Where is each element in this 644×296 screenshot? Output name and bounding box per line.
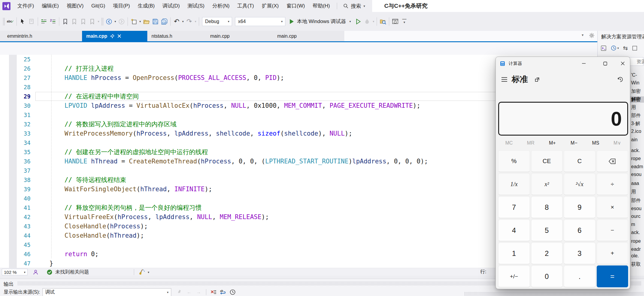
menu-item-file[interactable]: 文件(F) (13, 0, 38, 12)
navigate-forward-icon[interactable] (117, 17, 126, 26)
output-next-message-icon[interactable]: → (195, 289, 203, 296)
redo-icon[interactable]: ↷ (185, 17, 194, 26)
six-button[interactable]: 6 (564, 219, 595, 241)
explorer-item-fragment[interactable]: eadr (631, 247, 641, 252)
output-prev-message-icon[interactable]: ← (185, 289, 193, 296)
explorer-item-fragment[interactable]: 获取 (631, 261, 641, 268)
menu-item-tools[interactable]: 工具(T) (234, 0, 258, 12)
menu-item-analyze[interactable]: 分析(N) (208, 0, 234, 12)
start-debugging-button[interactable]: 本地 Windows 调试器▾ (289, 18, 352, 25)
add-button[interactable]: + (597, 242, 628, 264)
explorer-item-fragment[interactable]: 加密 (631, 88, 641, 95)
three-button[interactable]: 3 (564, 242, 595, 264)
history-icon[interactable] (617, 76, 623, 83)
decimal-button[interactable]: . (564, 265, 595, 287)
calculator-title-bar[interactable]: 计算器 (496, 57, 630, 70)
calculator-mode-label[interactable]: 标准 (512, 74, 528, 85)
square-button[interactable]: x² (531, 173, 563, 195)
memory-subtract-button[interactable]: M− (563, 138, 585, 148)
tab-list-chevron-icon[interactable]: ▾ (582, 33, 584, 37)
chevron-down-icon[interactable]: ▾ (113, 20, 117, 23)
explorer-item-fragment[interactable]: 用 (631, 104, 636, 111)
tab-options-gear-icon[interactable] (589, 33, 594, 38)
menu-item-test[interactable]: 测试(S) (184, 0, 208, 12)
explorer-item-fragment[interactable]: 'C- (631, 72, 637, 78)
maximize-button[interactable] (597, 57, 613, 70)
find-in-files-icon[interactable] (378, 17, 387, 26)
five-button[interactable]: 5 (531, 219, 563, 241)
one-button[interactable]: 1 (498, 242, 530, 264)
square-root-button[interactable]: ²√x (564, 173, 595, 195)
tab-ntstatus-h[interactable]: ntstatus.h (147, 31, 186, 41)
explorer-item-fragment[interactable]: m (631, 222, 635, 227)
explorer-item-fragment[interactable]: 用 (631, 189, 636, 195)
clear-entry-button[interactable]: CE (531, 150, 563, 172)
explorer-item-fragment[interactable]: 部件 (631, 113, 641, 119)
clear-all-icon[interactable] (209, 289, 218, 296)
clear-button[interactable]: C (564, 150, 595, 172)
tab-main-cpp-2[interactable]: main.cpp (206, 31, 251, 41)
explorer-item-fragment[interactable]: Win (631, 80, 640, 86)
zero-button[interactable]: 0 (531, 265, 563, 287)
explorer-item-fragment[interactable]: ack. (631, 148, 640, 153)
memory-store-button[interactable]: MS (585, 138, 606, 148)
toolbar-grip[interactable] (3, 18, 5, 25)
seven-button[interactable]: 7 (498, 196, 530, 218)
output-pin-icon[interactable] (175, 289, 184, 296)
search-button[interactable]: 搜索 ▾ (340, 3, 368, 10)
toolbar-grip[interactable] (101, 18, 104, 25)
zoom-level-dropdown[interactable]: 102 % ▾ (2, 269, 28, 275)
reindent-icon[interactable]: 2 (49, 17, 57, 26)
minimize-button[interactable] (576, 57, 592, 70)
bookmark-next-icon[interactable] (79, 17, 88, 26)
divide-button[interactable]: ÷ (597, 173, 628, 195)
two-button[interactable]: 2 (531, 242, 563, 264)
output-source-dropdown[interactable]: 调试 ▾ (43, 288, 171, 296)
menu-item-git[interactable]: Git(G) (87, 0, 109, 12)
equals-button[interactable]: = (597, 265, 628, 287)
undo-icon[interactable]: ↶ (172, 17, 181, 26)
configuration-combo[interactable]: Debug▾ (202, 17, 232, 26)
sync-with-active-document-icon[interactable]: ⇆ (623, 45, 628, 51)
multiply-button[interactable]: × (597, 196, 628, 218)
navigate-back-icon[interactable] (104, 17, 113, 26)
save-all-icon[interactable] (160, 17, 169, 26)
chevron-down-icon[interactable]: ▾ (194, 20, 197, 23)
explorer-item-fragment[interactable]: aaa (631, 181, 639, 186)
keep-on-top-icon[interactable] (534, 77, 540, 82)
spell-check-icon[interactable]: abc✓ (6, 17, 15, 26)
browser-home-icon[interactable] (391, 17, 400, 26)
four-button[interactable]: 4 (498, 219, 530, 241)
explorer-item-fragment[interactable]: 3-解 (631, 121, 640, 127)
navigation-menu-icon[interactable] (501, 77, 507, 82)
explorer-item-fragment[interactable]: rope (631, 239, 641, 244)
menu-item-help[interactable]: 帮助(H) (309, 0, 334, 12)
open-folder-icon[interactable] (142, 17, 151, 26)
collapse-all-icon[interactable] (632, 45, 637, 51)
close-tab-icon[interactable] (117, 34, 121, 38)
nine-button[interactable]: 9 (564, 196, 595, 218)
switch-views-icon[interactable] (601, 45, 607, 51)
bookmark-prev-icon[interactable] (70, 17, 79, 26)
explorer-item-fragment[interactable]: 部件 (631, 198, 641, 204)
chevron-down-icon[interactable]: ▾ (138, 20, 142, 23)
calculator-window[interactable]: 计算器 标准 0 MCMRM+M−MSM∨ %CEC1/xx²²√x÷789×4… (495, 57, 630, 289)
feedback-icon[interactable] (32, 269, 39, 275)
chevron-down-icon[interactable]: ▾ (147, 271, 150, 274)
explorer-item-fragment[interactable]: esou (631, 172, 642, 177)
explorer-item-fragment[interactable]: ack. (631, 230, 640, 235)
word-wrap-icon[interactable]: ab (219, 289, 227, 296)
menu-item-build[interactable]: 生成(B) (134, 0, 159, 12)
pointer-icon[interactable] (18, 17, 27, 26)
eight-button[interactable]: 8 (531, 196, 563, 218)
backspace-button[interactable] (597, 150, 628, 172)
new-item-icon[interactable] (129, 17, 138, 26)
explorer-item-fragment[interactable]: ole. (631, 253, 639, 259)
explorer-item-fragment[interactable]: 2.ico (631, 129, 641, 134)
chevron-down-icon[interactable]: ▾ (372, 20, 375, 23)
memory-add-button[interactable]: M+ (542, 138, 563, 148)
explorer-item-fragment[interactable]: esou (631, 206, 642, 211)
tab-main-cpp-3[interactable]: main.cpp (273, 31, 318, 41)
pin-icon[interactable] (110, 34, 114, 38)
menu-item-debug[interactable]: 调试(D) (159, 0, 184, 12)
